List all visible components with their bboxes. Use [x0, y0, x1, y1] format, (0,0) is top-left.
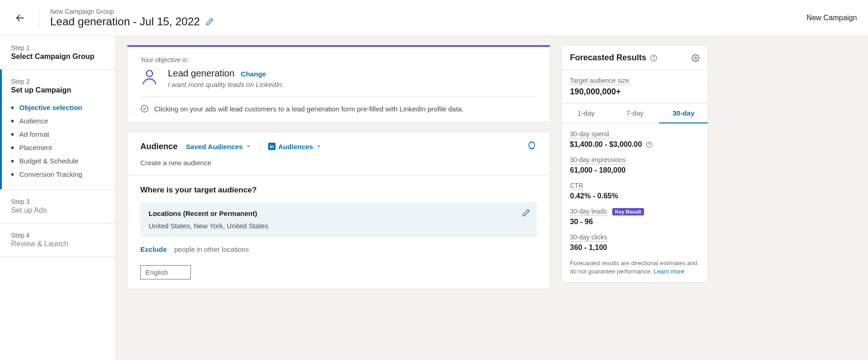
- exclude-link[interactable]: Exclude: [140, 245, 167, 253]
- objective-label: Your objective is:: [140, 56, 537, 64]
- forecast-settings-button[interactable]: [691, 54, 700, 62]
- divider: [259, 141, 260, 151]
- objective-description: I want more quality leads on LinkedIn.: [168, 81, 284, 88]
- audience-title: Audience: [140, 142, 178, 151]
- help-icon[interactable]: [646, 141, 653, 148]
- pencil-icon: [522, 209, 530, 217]
- substep-objective[interactable]: Objective selection: [11, 101, 104, 114]
- locations-values: United States, New York, United States: [149, 222, 529, 230]
- step-title: Review & Launch: [11, 240, 104, 248]
- clicks-value: 360 - 1,100: [570, 244, 700, 252]
- back-button[interactable]: [11, 9, 29, 27]
- step-title: Set up Ads: [11, 206, 104, 215]
- where-question: Where is your target audience?: [140, 186, 537, 195]
- step-num: Step 3: [11, 198, 104, 205]
- top-header: New Campaign Group Lead generation - Jul…: [0, 0, 868, 36]
- substeps-list: Objective selection Audience Ad format P…: [11, 101, 104, 181]
- objective-info-text: Clicking on your ads will lead customers…: [154, 105, 464, 113]
- audience-size-value: 190,000,000+: [570, 87, 700, 97]
- page-title-row: Lead generation - Jul 15, 2022: [50, 15, 807, 28]
- tab-7day[interactable]: 7-day: [610, 104, 659, 123]
- substep-placement[interactable]: Placement: [11, 141, 104, 154]
- new-campaign-label: New Campaign: [807, 14, 857, 22]
- person-icon: [140, 68, 159, 87]
- tab-30day[interactable]: 30-day: [659, 104, 708, 123]
- main-area: Your objective is: Lead generation Chang…: [116, 36, 868, 360]
- audience-card: Audience Saved Audiences in Audiences: [127, 132, 550, 289]
- svg-point-6: [649, 146, 650, 146]
- step-num: Step 1: [11, 44, 104, 52]
- tab-1day[interactable]: 1-day: [562, 104, 610, 123]
- ctr-value: 0.42% - 0.65%: [570, 192, 700, 200]
- gear-icon: [691, 54, 700, 62]
- center-column: Your objective is: Lead generation Chang…: [127, 45, 550, 298]
- locations-box: Locations (Recent or Permanent) United S…: [140, 202, 537, 237]
- divider: [140, 97, 537, 97]
- language-row: English: [140, 265, 537, 279]
- sidebar: Step 1 Select Campaign Group Step 2 Set …: [0, 36, 116, 360]
- step-num: Step 2: [11, 78, 104, 85]
- page-title: Lead generation - Jul 15, 2022: [50, 15, 200, 28]
- svg-point-3: [654, 59, 654, 60]
- forecast-title: Forecasted Results: [570, 53, 657, 63]
- svg-point-1: [141, 105, 148, 112]
- objective-title: Lead generation: [168, 68, 235, 79]
- svg-point-4: [695, 57, 697, 59]
- substep-ad-format[interactable]: Ad format: [11, 128, 104, 141]
- help-icon[interactable]: [650, 54, 657, 62]
- step-3[interactable]: Step 3 Set up Ads: [0, 190, 115, 223]
- substep-budget[interactable]: Budget & Schedule: [11, 154, 104, 168]
- li-audiences-dropdown[interactable]: in Audiences: [268, 143, 322, 151]
- learn-more-link[interactable]: Learn more: [654, 268, 684, 275]
- tips-button[interactable]: [527, 141, 537, 151]
- linkedin-icon: in: [268, 143, 276, 150]
- leads-value: 30 - 96: [570, 218, 700, 226]
- substep-conversion[interactable]: Conversion Tracking: [11, 168, 104, 181]
- key-result-badge: Key Result: [612, 208, 644, 215]
- forecast-tabs: 1-day 7-day 30-day: [562, 104, 708, 124]
- step-num: Step 4: [11, 232, 104, 239]
- language-select[interactable]: English: [140, 265, 191, 279]
- spend-value: $1,400.00 - $3,000.00: [570, 140, 642, 149]
- step-4[interactable]: Step 4 Review & Launch: [0, 223, 115, 257]
- leads-label[interactable]: 30-day leads: [570, 208, 607, 216]
- divider: [39, 7, 39, 29]
- check-circle-icon: [140, 105, 149, 113]
- svg-point-0: [146, 70, 152, 76]
- caret-down-icon: [246, 144, 251, 149]
- step-title: Set up Campaign: [11, 86, 104, 94]
- impressions-value: 61,000 - 180,000: [570, 166, 700, 174]
- arrow-left-icon: [14, 12, 26, 24]
- saved-audiences-dropdown[interactable]: Saved Audiences: [186, 143, 251, 151]
- forecast-disclaimer: Forecasted results are directional estim…: [570, 259, 700, 276]
- step-2: Step 2 Set up Campaign Objective selecti…: [0, 70, 115, 190]
- create-audience-label: Create a new audience: [140, 159, 537, 167]
- clicks-label[interactable]: 30-day clicks: [570, 233, 607, 242]
- spend-label[interactable]: 30-day spend: [570, 130, 609, 139]
- exclude-row: Exclude people in other locations: [140, 245, 537, 253]
- impressions-label[interactable]: 30-day impressions: [570, 156, 626, 164]
- substep-audience[interactable]: Audience: [11, 114, 104, 128]
- step-title: Select Campaign Group: [11, 52, 104, 61]
- edit-locations-button[interactable]: [522, 209, 530, 217]
- forecast-panel: Forecasted Results Target audience size …: [561, 45, 708, 283]
- exclude-text: people in other locations: [174, 245, 249, 253]
- caret-down-icon: [316, 144, 322, 149]
- step-1[interactable]: Step 1 Select Campaign Group: [0, 36, 115, 70]
- title-block: New Campaign Group Lead generation - Jul…: [50, 8, 807, 28]
- audience-size-label[interactable]: Target audience size: [570, 77, 629, 85]
- edit-title-button[interactable]: [206, 17, 214, 26]
- ctr-label[interactable]: CTR: [570, 182, 583, 190]
- breadcrumb: New Campaign Group: [50, 8, 807, 15]
- change-objective-link[interactable]: Change: [241, 70, 266, 78]
- pencil-icon: [206, 17, 214, 26]
- objective-info: Clicking on your ads will lead customers…: [140, 105, 537, 113]
- objective-card: Your objective is: Lead generation Chang…: [127, 45, 550, 122]
- lightbulb-icon: [527, 141, 537, 151]
- locations-title: Locations (Recent or Permanent): [149, 209, 529, 217]
